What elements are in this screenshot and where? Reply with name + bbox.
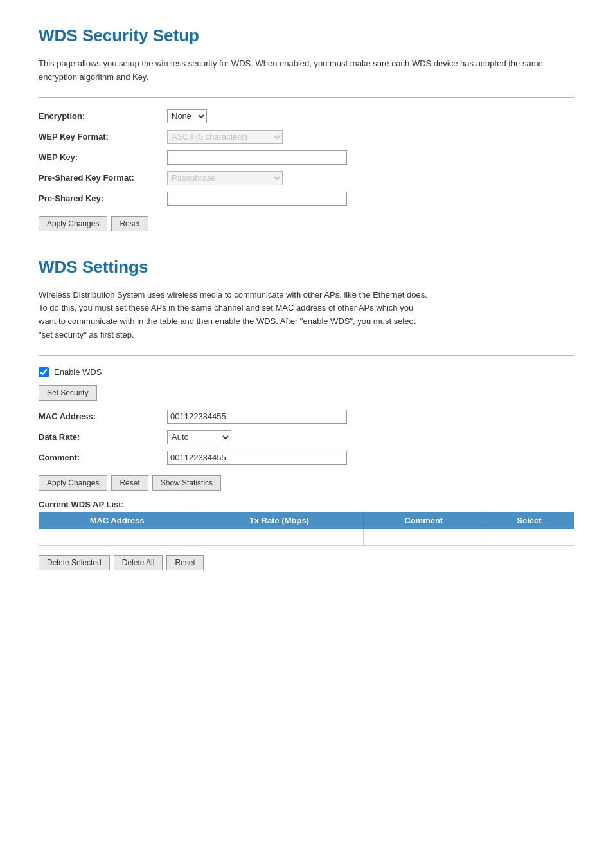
wep-key-format-row: WEP Key Format: ASCII (5 characters) HEX… [39, 130, 574, 144]
bottom-button-row: Delete Selected Delete All Reset [39, 555, 574, 570]
table-header-row: MAC Address Tx Rate (Mbps) Comment Selec… [39, 512, 574, 529]
enable-wds-label: Enable WDS [54, 367, 102, 377]
encryption-label: Encryption: [39, 111, 167, 121]
pre-shared-key-row: Pre-Shared Key: [39, 192, 574, 206]
cell-select: Select [484, 529, 574, 545]
col-select: Select [484, 512, 574, 529]
current-list-label: Current WDS AP List: [39, 500, 574, 509]
pre-shared-key-format-select[interactable]: Passphrase HEX [167, 171, 283, 185]
page-container: WDS Security Setup This page allows you … [0, 0, 613, 615]
set-security-row: Set Security [39, 385, 574, 401]
settings-divider [39, 355, 574, 356]
wds-ap-table-body: Select [39, 529, 574, 545]
wep-key-format-select[interactable]: ASCII (5 characters) HEX (10 characters) [167, 130, 283, 144]
col-comment: Comment [363, 512, 484, 529]
data-rate-select[interactable]: Auto 1 2 5.5 11 6 9 12 18 24 36 48 54 [167, 430, 231, 444]
comment-input[interactable] [167, 451, 347, 465]
cell-tx-rate [195, 529, 364, 545]
wds-security-section: WDS Security Setup This page allows you … [39, 26, 574, 231]
settings-button-row: Apply Changes Reset Show Statistics [39, 475, 574, 491]
security-reset-button[interactable]: Reset [111, 216, 148, 231]
mac-address-label: MAC Address: [39, 411, 167, 421]
data-rate-row: Data Rate: Auto 1 2 5.5 11 6 9 12 18 24 … [39, 430, 574, 444]
security-button-row: Apply Changes Reset [39, 216, 574, 231]
cell-mac [39, 529, 195, 545]
wds-settings-description: Wireless Distribution System uses wirele… [39, 289, 574, 342]
wds-security-title: WDS Security Setup [39, 26, 574, 46]
pre-shared-key-input[interactable] [167, 192, 347, 206]
pre-shared-key-format-label: Pre-Shared Key Format: [39, 173, 167, 183]
settings-apply-changes-button[interactable]: Apply Changes [39, 475, 107, 491]
pre-shared-key-label: Pre-Shared Key: [39, 194, 167, 203]
wds-settings-title: WDS Settings [39, 257, 574, 277]
wep-key-row: WEP Key: [39, 150, 574, 165]
set-security-button[interactable]: Set Security [39, 385, 97, 401]
security-divider [39, 97, 574, 98]
delete-selected-button[interactable]: Delete Selected [39, 555, 110, 570]
wds-security-description: This page allows you setup the wireless … [39, 57, 574, 84]
col-tx-rate: Tx Rate (Mbps) [195, 512, 364, 529]
wds-settings-section: WDS Settings Wireless Distribution Syste… [39, 257, 574, 570]
mac-address-input[interactable] [167, 410, 347, 424]
wds-ap-table: MAC Address Tx Rate (Mbps) Comment Selec… [39, 512, 574, 546]
show-statistics-button[interactable]: Show Statistics [152, 475, 221, 491]
settings-reset-button[interactable]: Reset [111, 475, 148, 491]
current-wds-ap-list-container: Current WDS AP List: MAC Address Tx Rate… [39, 500, 574, 546]
security-apply-changes-button[interactable]: Apply Changes [39, 216, 107, 231]
enable-wds-row: Enable WDS [39, 367, 574, 377]
encryption-select[interactable]: None WEP WPA WPA2 [167, 109, 207, 123]
comment-label: Comment: [39, 453, 167, 462]
mac-address-row: MAC Address: [39, 410, 574, 424]
wep-key-label: WEP Key: [39, 152, 167, 162]
pre-shared-key-format-row: Pre-Shared Key Format: Passphrase HEX [39, 171, 574, 185]
bottom-reset-button[interactable]: Reset [166, 555, 203, 570]
wep-key-format-label: WEP Key Format: [39, 132, 167, 141]
col-mac-address: MAC Address [39, 512, 195, 529]
data-rate-label: Data Rate: [39, 432, 167, 442]
wep-key-input[interactable] [167, 150, 347, 165]
enable-wds-checkbox[interactable] [39, 367, 49, 377]
cell-comment [363, 529, 484, 545]
encryption-row: Encryption: None WEP WPA WPA2 [39, 109, 574, 123]
comment-row: Comment: [39, 451, 574, 465]
delete-all-button[interactable]: Delete All [114, 555, 163, 570]
table-row: Select [39, 529, 574, 545]
